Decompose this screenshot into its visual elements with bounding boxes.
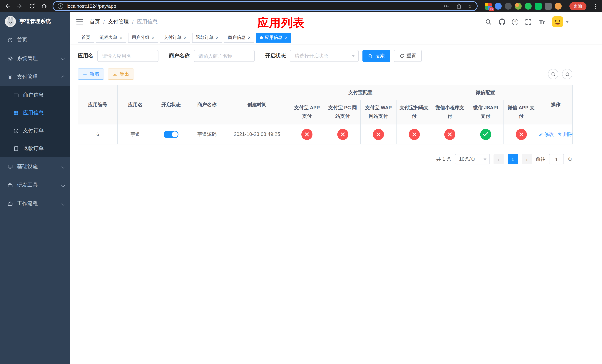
sidebar-payment-submenu: 商户信息 应用信息 支付订单 bbox=[0, 86, 70, 157]
password-key-icon[interactable] bbox=[443, 2, 450, 10]
site-info-icon[interactable]: i bbox=[58, 3, 63, 9]
sidebar: 芋道管理系统 首页 系统管理 ¥ 支付管理 bbox=[0, 12, 70, 364]
fullscreen-icon[interactable] bbox=[525, 18, 532, 26]
breadcrumb-home[interactable]: 首页 bbox=[90, 19, 100, 25]
sidebar-item-system-mgmt[interactable]: 系统管理 bbox=[0, 49, 70, 68]
tab-close-icon[interactable]: × bbox=[119, 35, 122, 40]
avatar-emoji bbox=[552, 16, 563, 27]
next-page-button[interactable]: › bbox=[522, 154, 532, 164]
cell-app-name: 芋道 bbox=[118, 124, 153, 144]
tab-home[interactable]: 首页 bbox=[78, 33, 94, 43]
hamburger-icon[interactable] bbox=[76, 19, 83, 24]
sidebar-item-infrastructure[interactable]: 基础设施 bbox=[0, 157, 70, 176]
breadcrumb: 首页 / 支付管理 / 应用信息 bbox=[90, 19, 158, 25]
col-wechat-lite: 微信小程序支付 bbox=[432, 100, 468, 124]
navbar-actions: ? bbox=[485, 16, 569, 27]
col-wechat-app: 微信 APP 支付 bbox=[503, 100, 539, 124]
back-icon[interactable] bbox=[4, 2, 11, 10]
tab-user-group[interactable]: 用户分组 × bbox=[128, 33, 158, 43]
sidebar-subitem-merchant-info[interactable]: 商户信息 bbox=[0, 86, 70, 104]
chevron-up-icon bbox=[61, 75, 65, 79]
col-alipay-qr: 支付宝扫码支付 bbox=[396, 100, 432, 124]
goto-page-input[interactable] bbox=[549, 154, 564, 164]
yen-icon: ¥ bbox=[7, 74, 13, 80]
sidebar-logo-row[interactable]: 芋道管理系统 bbox=[0, 12, 70, 31]
col-alipay-wap: 支付宝 WAP 网站支付 bbox=[360, 100, 396, 124]
delete-link[interactable]: 删除 bbox=[558, 131, 573, 138]
breadcrumb-separator: / bbox=[103, 19, 105, 25]
sidebar-item-workflow[interactable]: 工作流程 bbox=[0, 194, 70, 213]
status-select[interactable]: 请选择开启状态 bbox=[290, 50, 359, 62]
sidebar-subitem-refund-order[interactable]: 退款订单 bbox=[0, 139, 70, 157]
add-button[interactable]: 新增 bbox=[78, 68, 104, 80]
page-1-button[interactable]: 1 bbox=[508, 154, 518, 164]
tab-close-icon[interactable]: × bbox=[248, 35, 251, 40]
extension-gray-icon[interactable] bbox=[505, 3, 512, 10]
sidebar-item-payment-mgmt[interactable]: ¥ 支付管理 bbox=[0, 68, 70, 86]
browser-menu-kebab-icon[interactable]: ⋮ bbox=[593, 3, 598, 10]
reload-icon[interactable] bbox=[28, 2, 35, 10]
search-icon[interactable] bbox=[485, 18, 492, 26]
extensions-puzzle-icon[interactable] bbox=[545, 3, 552, 10]
user-avatar[interactable] bbox=[552, 16, 569, 27]
page-size-select[interactable]: 10条/页 bbox=[455, 154, 490, 164]
monitor-icon bbox=[7, 164, 13, 170]
font-size-icon[interactable] bbox=[538, 18, 546, 26]
url-text[interactable]: localhost:1024/pay/app bbox=[67, 3, 440, 9]
wechat-jsapi-enabled-icon bbox=[480, 129, 491, 140]
export-button[interactable]: 导出 bbox=[108, 68, 134, 80]
app-name-input[interactable] bbox=[97, 50, 159, 62]
tab-merchant-info[interactable]: 商户信息 × bbox=[224, 33, 254, 43]
browser-update-button[interactable]: 更新 bbox=[570, 2, 586, 10]
select-caret-icon bbox=[484, 158, 486, 160]
tab-close-icon[interactable]: × bbox=[216, 35, 219, 40]
merchant-name-input[interactable] bbox=[194, 50, 255, 62]
col-status: 开启状态 bbox=[153, 85, 189, 124]
sidebar-item-home[interactable]: 首页 bbox=[0, 31, 70, 49]
search-button[interactable]: 搜索 bbox=[363, 50, 390, 62]
extension-blue-icon[interactable] bbox=[495, 3, 502, 10]
extension-wecom-icon[interactable] bbox=[535, 3, 542, 10]
bookmark-star-icon[interactable]: ☆ bbox=[467, 3, 473, 9]
extension-wechat-devtools-icon[interactable] bbox=[525, 3, 532, 10]
sidebar-item-label: 研发工具 bbox=[17, 182, 38, 189]
tab-close-icon[interactable]: × bbox=[184, 35, 186, 40]
url-bar[interactable]: i localhost:1024/pay/app ☆ bbox=[53, 1, 478, 11]
help-icon[interactable]: ? bbox=[512, 19, 518, 25]
sidebar-item-dev-tools[interactable]: 研发工具 bbox=[0, 176, 70, 194]
sidebar-subitem-label: 应用信息 bbox=[23, 110, 44, 116]
forward-icon[interactable] bbox=[16, 2, 23, 10]
tab-flow-form[interactable]: 流程表单 × bbox=[96, 33, 126, 43]
gear-icon bbox=[7, 55, 13, 62]
chevron-down-icon bbox=[61, 183, 65, 187]
extension-profile-icon[interactable] bbox=[555, 3, 562, 10]
tab-close-icon[interactable]: × bbox=[285, 35, 288, 40]
tab-refund-order[interactable]: 退款订单 × bbox=[192, 33, 222, 43]
page-size-value: 10条/页 bbox=[459, 156, 475, 162]
github-icon[interactable] bbox=[498, 18, 506, 26]
share-icon[interactable] bbox=[455, 2, 462, 10]
prev-page-button[interactable]: ‹ bbox=[494, 154, 504, 164]
reset-button[interactable]: 重置 bbox=[394, 50, 422, 62]
tab-label: 退款订单 bbox=[196, 34, 214, 41]
tab-pay-order[interactable]: 支付订单 × bbox=[160, 33, 190, 43]
tab-close-icon[interactable]: × bbox=[152, 35, 154, 40]
extension-green-avatar-icon[interactable] bbox=[515, 3, 522, 10]
avatar-caret-icon bbox=[566, 21, 569, 23]
wechat-lite-disabled-icon bbox=[444, 129, 455, 140]
cell-merchant: 芋道源码 bbox=[189, 124, 225, 144]
edit-link[interactable]: 修改 bbox=[539, 131, 554, 138]
sidebar-subitem-app-info[interactable]: 应用信息 bbox=[0, 104, 70, 122]
extension-pinned-icon[interactable]: 10 bbox=[485, 3, 492, 10]
refresh-table-button[interactable] bbox=[562, 69, 572, 79]
home-icon[interactable] bbox=[40, 2, 48, 10]
tab-app-info[interactable]: 应用信息 × bbox=[256, 33, 291, 43]
status-toggle-on[interactable] bbox=[164, 130, 178, 138]
breadcrumb-payment[interactable]: 支付管理 bbox=[108, 19, 129, 25]
sidebar-subitem-pay-order[interactable]: 支付订单 bbox=[0, 122, 70, 139]
table-toolbar: 新增 导出 bbox=[78, 68, 572, 80]
sidebar-subitem-label: 退款订单 bbox=[23, 145, 44, 152]
toggle-search-button[interactable] bbox=[548, 69, 558, 79]
tags-view: 首页 流程表单 × 用户分组 × 支付订单 × 退款订单 × bbox=[70, 32, 602, 44]
grid-icon bbox=[13, 110, 19, 116]
